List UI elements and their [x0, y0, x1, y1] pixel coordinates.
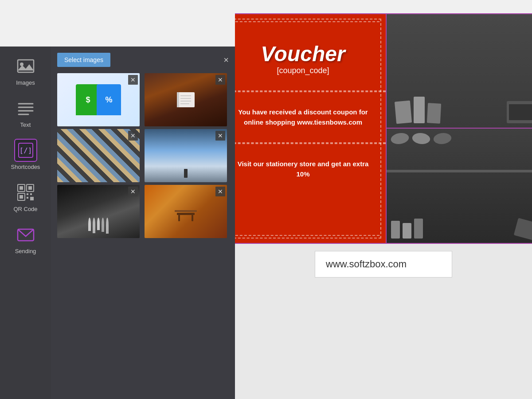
svg-rect-14	[28, 186, 32, 190]
voucher-title: Voucher	[235, 28, 377, 66]
remove-image-1-button[interactable]: ✕	[128, 75, 138, 85]
sidebar-item-shortcodes[interactable]: [/] Shortcodes	[4, 135, 47, 174]
qrcode-icon	[14, 181, 37, 204]
voucher-extra-section: Visit our stationery store and get an ex…	[235, 143, 386, 194]
svg-rect-31	[175, 210, 197, 212]
remove-image-2-button[interactable]: ✕	[215, 75, 225, 85]
voucher-description: You have received a discount coupon for …	[235, 98, 377, 136]
image-slot-1[interactable]: $ % ✕	[57, 73, 140, 126]
image-slot-2[interactable]: ✕	[145, 73, 227, 126]
svg-rect-20	[30, 197, 34, 200]
voucher-code: [coupon_code]	[235, 66, 377, 84]
sidebar-item-text[interactable]: Text	[4, 93, 47, 132]
sidebar-label-shortcodes: Shortcodes	[11, 164, 40, 170]
svg-rect-17	[27, 193, 28, 195]
main-area: Voucher [coupon_code] You have received …	[235, 0, 532, 399]
select-images-button[interactable]: Select images	[57, 53, 110, 67]
voucher-title-section: Voucher [coupon_code]	[235, 22, 386, 91]
svg-rect-19	[27, 197, 28, 199]
images-panel: Select images × $ % ✕	[51, 47, 235, 399]
svg-point-4	[20, 63, 23, 66]
sidebar-label-images: Images	[16, 79, 35, 86]
svg-rect-30	[192, 215, 193, 221]
sidebar-item-sending[interactable]: Sending	[4, 219, 47, 258]
remove-image-3-button[interactable]: ✕	[128, 131, 138, 141]
image-slot-6[interactable]: ✕	[145, 185, 227, 238]
text-icon	[14, 97, 37, 120]
remove-image-6-button[interactable]: ✕	[215, 187, 225, 196]
remove-image-5-button[interactable]: ✕	[128, 187, 138, 196]
sidebar-label-qrcode: QR Code	[13, 206, 37, 212]
svg-rect-22	[177, 92, 195, 107]
svg-rect-29	[178, 215, 180, 221]
voucher-right-panel	[387, 14, 532, 243]
images-icon	[14, 55, 37, 78]
shelf-visual	[387, 14, 532, 243]
voucher-card: Voucher [coupon_code] You have received …	[235, 13, 532, 244]
sidebar-item-images[interactable]: Images	[4, 51, 47, 90]
sidebar-item-qrcode[interactable]: QR Code	[4, 177, 47, 216]
close-panel-button[interactable]: ×	[223, 55, 229, 64]
sidebar: General Images Text [/	[0, 0, 51, 399]
image-slot-4[interactable]: ✕	[145, 129, 227, 182]
sidebar-label-sending: Sending	[15, 248, 36, 254]
shortcodes-icon: [/]	[14, 139, 37, 162]
sidebar-label-text: Text	[20, 121, 31, 128]
image-slot-3[interactable]: ✕	[57, 129, 140, 182]
voucher-left-panel: Voucher [coupon_code] You have received …	[235, 14, 387, 243]
svg-rect-12	[20, 186, 23, 190]
sending-icon	[14, 223, 37, 246]
svg-rect-28	[177, 213, 195, 215]
voucher-extra-offer: Visit our stationery store and get an ex…	[235, 150, 377, 188]
image-slot-5[interactable]: ✕	[57, 185, 140, 238]
canvas-wrapper: Voucher [coupon_code] You have received …	[235, 13, 532, 278]
svg-rect-18	[30, 193, 32, 195]
panel-header: Select images ×	[57, 53, 229, 67]
svg-rect-16	[20, 195, 23, 199]
voucher-description-section: You have received a discount coupon for …	[235, 91, 386, 143]
url-bar: www.softzbox.com	[315, 251, 452, 278]
remove-image-4-button[interactable]: ✕	[215, 131, 225, 141]
image-grid: $ % ✕ ✕	[57, 73, 229, 238]
svg-text:[/]: [/]	[19, 146, 32, 155]
svg-rect-23	[177, 92, 179, 107]
